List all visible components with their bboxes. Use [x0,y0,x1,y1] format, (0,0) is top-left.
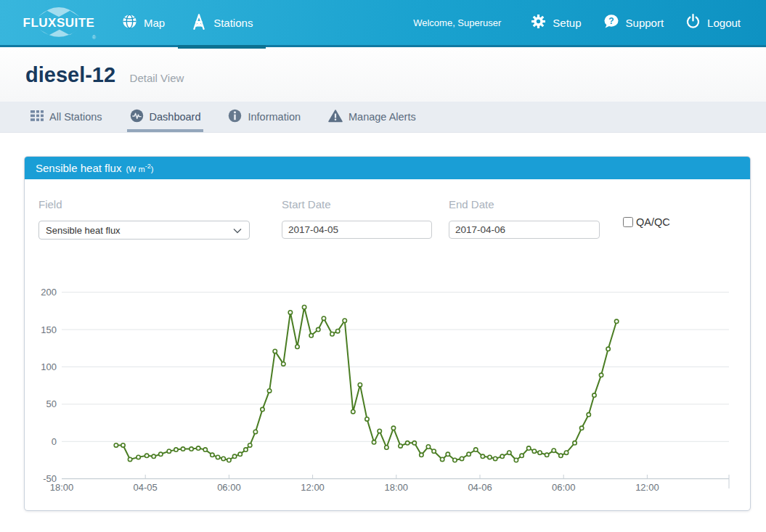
panel-body: Field Start Date End Date Sensible heat … [25,179,750,510]
welcome-text: Welcome, Superuser [413,17,501,28]
data-point [302,306,306,309]
data-point [238,452,242,456]
data-point [385,446,388,449]
data-point [227,458,231,462]
data-point [248,443,252,447]
y-axis-tick-label: 150 [41,324,57,335]
warning-triangle-icon [328,110,343,125]
data-point [474,448,478,451]
data-point [273,349,277,353]
setup-button[interactable]: Setup [520,14,592,31]
data-point [167,449,171,453]
data-point [559,454,563,457]
y-axis-tick-label: 100 [41,361,57,372]
logo-wave-bottom-icon [34,28,83,39]
data-point [412,441,416,445]
flux-panel: Sensible heat flux (W m-2) Field Start D… [24,156,751,511]
tab-all-stations[interactable]: All Stations [29,102,104,132]
gear-icon [531,14,546,31]
data-point [493,457,497,460]
nav-item-stations[interactable]: Stations [178,0,266,46]
data-point [520,454,523,457]
tab-manage-alerts[interactable]: Manage Alerts [327,102,417,132]
x-axis-tick-label: 18:00 [50,482,74,493]
page-title: diesel-12 [25,63,115,87]
data-point [579,426,583,430]
data-point [426,445,430,449]
data-point [144,454,148,457]
data-point [181,447,184,451]
tab-label: Information [248,111,301,123]
data-point [343,319,346,322]
tab-label: Dashboard [150,111,201,123]
x-axis-tick-label: 18:00 [385,482,409,493]
svg-text:?: ? [608,16,614,26]
x-axis-tick-label: 12:00 [635,482,659,493]
support-button[interactable]: ? Support [592,14,675,31]
x-axis-tick-label: 04-05 [134,482,158,493]
data-point [351,409,355,413]
panel-title: Sensible heat flux [36,162,121,174]
data-point [532,449,536,453]
data-point [159,452,163,456]
data-point [261,407,264,411]
panel-units: (W m-2) [126,163,153,173]
data-point [244,448,248,451]
power-icon [685,14,701,31]
nav-right-group: Welcome, Superuser Setup [413,14,751,31]
data-point [322,316,325,320]
data-point [128,457,131,461]
data-point [587,413,590,417]
data-point [545,453,548,457]
data-point [253,430,257,433]
data-point [114,443,118,447]
data-point [514,458,518,462]
data-point [288,311,292,314]
x-axis-tick-label: 04-06 [468,482,492,493]
tab-information[interactable]: Information [227,102,302,132]
nav-util-label: Logout [707,17,741,29]
data-point [216,455,219,459]
data-point [467,452,470,456]
data-point [365,417,369,421]
tab-label: Manage Alerts [349,111,416,123]
nav-util-label: Support [626,17,664,29]
nav-item-label: Stations [213,17,253,29]
x-axis-tick-label: 12:00 [301,482,325,493]
globe-icon [122,14,137,31]
data-point [372,441,375,444]
data-point [282,362,285,366]
nav-item-map[interactable]: Map [109,0,178,46]
data-point [460,457,463,460]
data-point [453,458,457,462]
station-tower-icon [191,14,207,32]
fluxsuite-logo[interactable]: FLUXSUITE ® [19,5,99,40]
data-point [606,347,610,351]
x-axis-tick-label: 06:00 [552,482,576,493]
data-point [309,334,313,337]
data-point [527,446,531,450]
tab-label: All Stations [49,111,102,123]
data-point [564,451,568,454]
data-point [232,454,236,458]
data-point [405,441,409,445]
tab-bar: All Stations Dashboard Information [0,102,766,133]
page-subtitle: Detail View [130,72,184,84]
data-point [420,453,423,457]
logout-button[interactable]: Logout [675,14,751,31]
panel-header: Sensible heat flux (W m-2) [25,157,750,179]
data-point [440,457,444,461]
data-point [552,449,555,452]
data-point [196,446,200,450]
data-point [330,332,334,336]
tab-dashboard[interactable]: Dashboard [129,102,203,132]
active-nav-underline [178,45,266,49]
pulse-icon [130,109,144,125]
data-point [190,447,193,451]
flux-chart: 200150100500-5018:0004-0506:0012:0018:00… [25,179,750,509]
data-point [378,429,381,433]
registered-mark: ® [92,35,96,40]
y-axis-tick-label: 0 [52,436,57,447]
nav-item-label: Map [144,17,165,29]
nav-util-label: Setup [553,17,581,29]
